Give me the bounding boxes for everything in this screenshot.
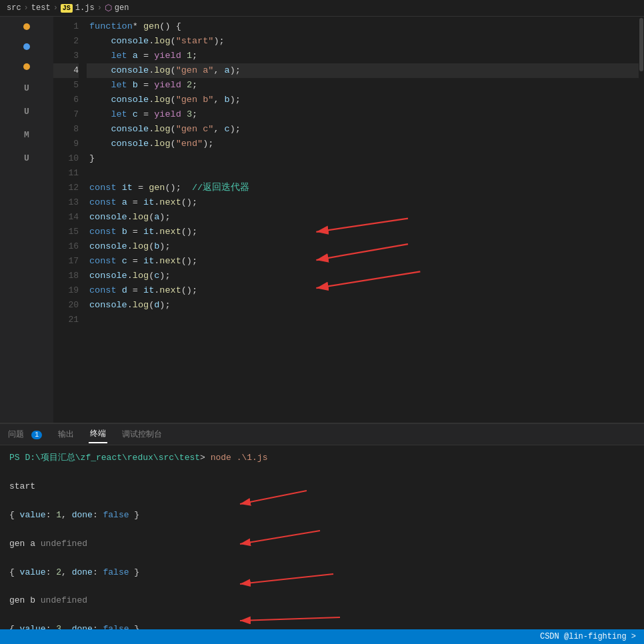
bottom-panel: 问题 1 输出 终端 调试控制台 PS D:\项目汇总\zf_react\red… <box>0 423 644 629</box>
code-line-11 <box>87 166 639 181</box>
code-line-13: const a = it.next(); <box>87 195 639 210</box>
code-line-4: console.log("gen a", a); <box>87 63 639 78</box>
sidebar-label-u2: U <box>24 107 29 117</box>
code-line-10: } <box>87 151 639 166</box>
breadcrumb-file: 1.js <box>75 3 95 13</box>
terminal-output-1: { value: 1, done: false } <box>9 508 635 522</box>
code-line-14: console.log(a); <box>87 210 639 225</box>
terminal-output-3: { value: 3, done: false } <box>9 622 635 629</box>
sidebar-dot-2 <box>23 43 30 50</box>
breadcrumb-gen: gen <box>115 3 129 13</box>
code-line-5: let b = yield 2; <box>87 78 639 93</box>
code-line-8: console.log("gen c", c); <box>87 122 639 137</box>
scrollbar[interactable] <box>639 17 644 423</box>
terminal-content[interactable]: PS D:\项目汇总\zf_react\redux\src\test> node… <box>0 445 644 629</box>
footer-label: CSDN @lin-fighting > <box>540 632 636 641</box>
sidebar-label-u3: U <box>24 153 29 163</box>
code-line-7: let c = yield 3; <box>87 107 639 122</box>
terminal-output-start: start <box>9 479 635 493</box>
terminal-output-gen-a: gen a undefined <box>9 537 635 551</box>
breadcrumb-src: src <box>7 3 21 13</box>
tab-problems[interactable]: 问题 1 <box>7 426 43 443</box>
code-line-9: console.log("end"); <box>87 137 639 151</box>
problems-badge: 1 <box>31 431 42 439</box>
sidebar-label-m: M <box>24 130 29 140</box>
sidebar-dot-1 <box>23 23 30 30</box>
tab-debug-console[interactable]: 调试控制台 <box>121 426 163 443</box>
terminal-output-2: { value: 2, done: false } <box>9 565 635 579</box>
line-numbers: 1 2 3 4 5 6 7 8 9 10 11 12 13 14 15 16 1… <box>53 17 87 423</box>
code-line-20: console.log(d); <box>87 298 639 313</box>
code-line-21 <box>87 313 639 327</box>
code-line-6: console.log("gen b", b); <box>87 93 639 107</box>
js-file-icon: JS <box>61 4 73 13</box>
sidebar-dot-3 <box>23 63 30 70</box>
code-line-12: const it = gen(); //返回迭代器 <box>87 181 639 195</box>
code-line-18: console.log(c); <box>87 269 639 283</box>
footer: CSDN @lin-fighting > <box>0 629 644 644</box>
code-line-17: const c = it.next(); <box>87 254 639 269</box>
code-line-16: console.log(b); <box>87 239 639 254</box>
breadcrumb: src › test › JS 1.js › ⬡ gen <box>0 0 644 17</box>
sidebar-label-u1: U <box>24 83 29 93</box>
terminal-command: PS D:\项目汇总\zf_react\redux\src\test> node… <box>9 451 635 465</box>
panel-tabs: 问题 1 输出 终端 调试控制台 <box>0 424 644 445</box>
tab-terminal[interactable]: 终端 <box>89 425 107 443</box>
breadcrumb-test: test <box>31 3 51 13</box>
code-line-15: const b = it.next(); <box>87 225 639 239</box>
gen-icon: ⬡ <box>105 3 112 13</box>
tab-output[interactable]: 输出 <box>57 426 75 443</box>
scrollbar-thumb[interactable] <box>639 18 643 71</box>
code-line-2: console.log("start"); <box>87 34 639 49</box>
sidebar: U U M U <box>0 17 53 423</box>
code-content[interactable]: function* gen() { console.log("start"); … <box>87 17 639 423</box>
terminal-output-gen-b: gen b undefined <box>9 593 635 607</box>
code-line-19: const d = it.next(); <box>87 283 639 298</box>
code-editor: 1 2 3 4 5 6 7 8 9 10 11 12 13 14 15 16 1… <box>53 17 644 423</box>
code-line-1: function* gen() { <box>87 19 639 34</box>
code-line-3: let a = yield 1; <box>87 49 639 63</box>
